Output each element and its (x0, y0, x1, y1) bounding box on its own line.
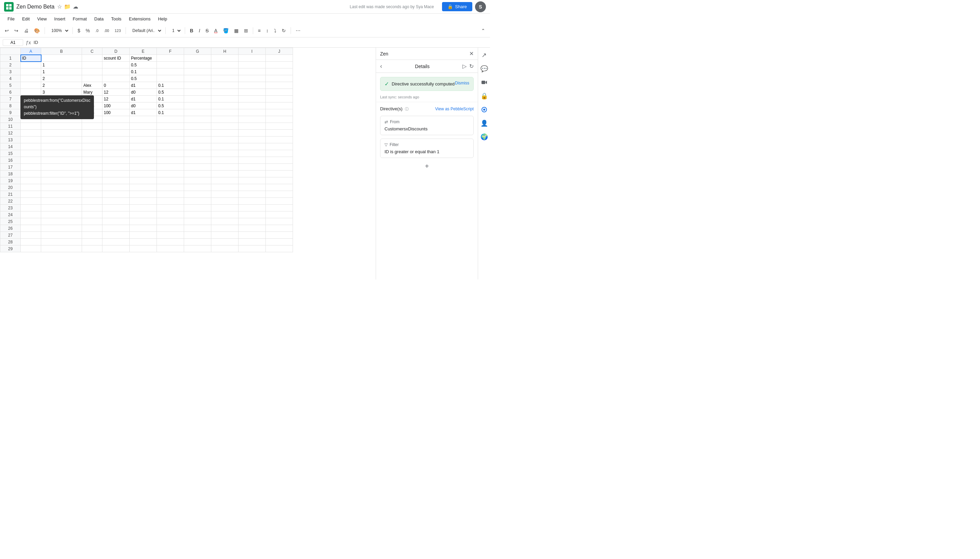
col-header-g[interactable]: G (184, 48, 211, 55)
cell[interactable] (211, 232, 239, 239)
cell[interactable] (21, 82, 41, 89)
cell[interactable] (157, 245, 184, 252)
cell[interactable] (266, 184, 293, 191)
cell[interactable] (82, 130, 102, 137)
cell[interactable] (102, 130, 130, 137)
menu-view[interactable]: View (34, 15, 50, 23)
cell[interactable] (211, 177, 239, 184)
cell[interactable] (102, 164, 130, 170)
cell[interactable] (239, 164, 266, 170)
cell[interactable] (102, 137, 130, 143)
cell[interactable] (21, 170, 41, 177)
cell[interactable] (239, 130, 266, 137)
cell[interactable] (130, 198, 157, 205)
valign-button[interactable]: ↕ (264, 26, 271, 35)
cell[interactable] (184, 55, 211, 61)
format-123-button[interactable]: 123 (113, 27, 123, 34)
cell[interactable] (184, 103, 211, 109)
cell[interactable] (130, 239, 157, 245)
cell[interactable] (41, 225, 82, 232)
cell[interactable] (102, 198, 130, 205)
cell[interactable] (21, 123, 41, 130)
col-header-f[interactable]: F (157, 48, 184, 55)
cell[interactable] (21, 137, 41, 143)
dismiss-button[interactable]: Dismiss (455, 81, 469, 86)
menu-file[interactable]: File (4, 15, 18, 23)
cell[interactable]: 4 (41, 103, 82, 109)
cell[interactable] (184, 150, 211, 157)
decimal-decrease-button[interactable]: .0 (93, 27, 101, 34)
cell[interactable] (102, 123, 130, 130)
cell[interactable] (184, 109, 211, 116)
cell[interactable] (211, 218, 239, 225)
cell[interactable] (41, 205, 82, 212)
cell[interactable] (184, 232, 211, 239)
cell[interactable] (239, 123, 266, 130)
panel-close-icon[interactable]: ✕ (469, 50, 474, 57)
cell[interactable] (239, 191, 266, 198)
cell[interactable] (211, 239, 239, 245)
cell[interactable] (239, 96, 266, 103)
cell[interactable] (184, 123, 211, 130)
cell[interactable] (266, 170, 293, 177)
cell[interactable] (21, 157, 41, 164)
grid-container[interactable]: A B C D E F G H I J 1IDscount IDPercenta… (0, 48, 376, 280)
cell[interactable] (41, 157, 82, 164)
cell[interactable] (239, 55, 266, 61)
cell[interactable] (41, 218, 82, 225)
merge-button[interactable]: ⊞ (242, 26, 250, 35)
cell[interactable] (21, 218, 41, 225)
cell[interactable] (41, 232, 82, 239)
cell[interactable] (184, 116, 211, 123)
cell[interactable] (82, 232, 102, 239)
menu-tools[interactable]: Tools (107, 15, 125, 23)
sidebar-globe-icon[interactable]: 🌍 (480, 132, 489, 142)
menu-format[interactable]: Format (69, 15, 90, 23)
cell[interactable] (157, 116, 184, 123)
cell[interactable] (82, 68, 102, 75)
cell[interactable] (157, 239, 184, 245)
cell[interactable] (41, 245, 82, 252)
cell[interactable]: Mary (82, 89, 102, 96)
sidebar-trending-icon[interactable]: ↗ (480, 50, 489, 60)
cell[interactable] (82, 137, 102, 143)
cell[interactable] (21, 68, 41, 75)
cell[interactable]: 0.1 (157, 109, 184, 116)
cell[interactable] (266, 157, 293, 164)
cell[interactable] (184, 239, 211, 245)
cell[interactable] (266, 218, 293, 225)
cell[interactable] (21, 198, 41, 205)
cell[interactable] (211, 245, 239, 252)
cell[interactable] (157, 137, 184, 143)
cell[interactable] (266, 164, 293, 170)
cell[interactable] (130, 191, 157, 198)
cell[interactable]: 0.5 (157, 103, 184, 109)
add-directive-button[interactable]: + (422, 161, 432, 171)
text-color-button[interactable]: A (212, 26, 219, 35)
menu-edit[interactable]: Edit (19, 15, 33, 23)
col-header-i[interactable]: I (239, 48, 266, 55)
cell[interactable]: Sarah (82, 103, 102, 109)
cell[interactable] (157, 191, 184, 198)
cell[interactable] (82, 245, 102, 252)
cell[interactable]: ID (21, 55, 41, 61)
col-header-d[interactable]: D (102, 48, 130, 55)
folder-icon[interactable]: 📁 (64, 3, 71, 10)
cell[interactable] (130, 157, 157, 164)
star-icon[interactable]: ☆ (57, 3, 62, 10)
cell[interactable] (21, 89, 41, 96)
cell[interactable] (21, 116, 41, 123)
cell[interactable]: 2 (41, 82, 82, 89)
cell[interactable] (211, 212, 239, 218)
menu-insert[interactable]: Insert (51, 15, 69, 23)
cell[interactable] (21, 232, 41, 239)
cell[interactable] (239, 245, 266, 252)
cell[interactable] (130, 205, 157, 212)
cell[interactable] (184, 191, 211, 198)
cell[interactable]: Percentage (130, 55, 157, 61)
cell[interactable]: 100 (102, 103, 130, 109)
cell[interactable]: 0.1 (157, 96, 184, 103)
cell[interactable] (21, 130, 41, 137)
cell[interactable] (184, 143, 211, 150)
cell[interactable] (21, 61, 41, 68)
